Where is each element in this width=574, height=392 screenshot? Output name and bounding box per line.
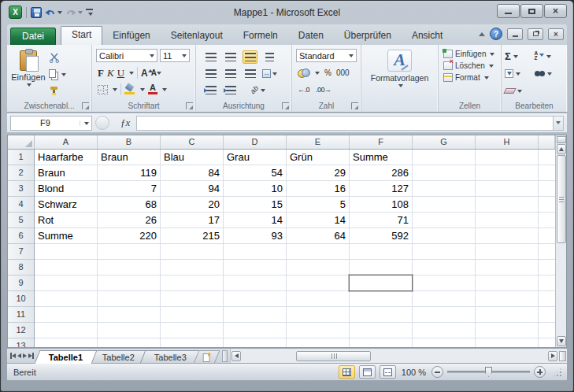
cell-f5[interactable]: 71 — [350, 213, 413, 228]
tab-split-handle[interactable] — [222, 350, 228, 362]
underline-dropdown[interactable] — [129, 72, 134, 77]
shrink-font-button[interactable]: A — [151, 68, 157, 77]
minimize-button[interactable] — [497, 4, 520, 18]
cell-f2[interactable]: 286 — [350, 165, 413, 181]
vertical-scroll-thumb[interactable] — [557, 155, 566, 243]
cell-a1[interactable]: Haarfarbe — [35, 150, 98, 165]
cell-d5[interactable]: 14 — [224, 213, 287, 228]
merge-center-button[interactable]: ↔ — [262, 67, 277, 80]
workbook-restore-button[interactable] — [528, 28, 543, 40]
cell-f3[interactable]: 127 — [350, 181, 413, 197]
row-header[interactable]: 4 — [8, 197, 34, 213]
previous-sheet-button[interactable] — [17, 353, 21, 358]
horizontal-scroll-thumb[interactable] — [296, 351, 371, 361]
row-header[interactable]: 9 — [8, 276, 34, 291]
cell-c2[interactable]: 84 — [161, 165, 224, 181]
column-header-h[interactable]: H — [476, 135, 539, 149]
dialog-launcher-icon[interactable] — [351, 102, 358, 109]
column-header-b[interactable]: B — [98, 135, 161, 149]
select-all-button[interactable] — [8, 135, 35, 149]
column-header-c[interactable]: C — [161, 135, 224, 149]
row-header[interactable]: 6 — [8, 228, 34, 244]
insert-cells-dropdown[interactable] — [490, 53, 494, 58]
row-header[interactable]: 5 — [8, 213, 34, 228]
zoom-slider-thumb[interactable] — [485, 367, 492, 377]
align-middle-button[interactable] — [223, 50, 238, 64]
expand-formula-bar-button[interactable] — [553, 116, 564, 131]
dialog-launcher-icon[interactable] — [282, 102, 289, 109]
cell-b5[interactable]: 26 — [98, 213, 161, 228]
insert-function-button[interactable]: ƒx — [120, 116, 130, 129]
cell-b4[interactable]: 68 — [98, 197, 161, 213]
italic-button[interactable]: K — [107, 67, 114, 80]
grow-font-button[interactable]: A — [141, 68, 148, 79]
format-cells-button[interactable]: Format — [441, 73, 498, 82]
cell-b6[interactable]: 220 — [98, 228, 161, 244]
row-header[interactable]: 11 — [8, 307, 34, 323]
cell-styles-dropdown[interactable] — [398, 84, 403, 90]
vertical-split-handle[interactable] — [557, 136, 566, 143]
close-button[interactable]: × — [544, 4, 567, 18]
delete-cells-button[interactable]: Löschen — [441, 61, 498, 70]
sheet-tab-tabelle1[interactable]: Tabelle1 — [35, 350, 98, 364]
cell-c3[interactable]: 94 — [161, 181, 224, 197]
horizontal-split-handle[interactable] — [559, 351, 566, 361]
last-sheet-button[interactable] — [28, 353, 34, 359]
decrease-decimal-button[interactable]: .00→ — [316, 86, 331, 94]
page-layout-view-button[interactable] — [359, 365, 376, 379]
cell-e2[interactable]: 29 — [287, 165, 350, 181]
increase-indent-button[interactable] — [223, 83, 238, 97]
tab-ansicht[interactable]: Ansicht — [402, 27, 453, 45]
align-left-button[interactable] — [203, 67, 218, 80]
cell-styles-button[interactable]: A Formatvorlagen — [371, 48, 429, 88]
orientation-button[interactable]: ab — [250, 83, 265, 97]
row-header[interactable]: 12 — [8, 323, 34, 338]
row-header[interactable]: 3 — [8, 181, 34, 197]
cell-c4[interactable]: 20 — [161, 197, 224, 213]
fill-dropdown[interactable] — [516, 72, 520, 78]
font-family-dropdown[interactable] — [150, 54, 154, 60]
format-painter-button[interactable] — [47, 83, 68, 98]
maximize-button[interactable] — [520, 4, 543, 18]
zoom-in-button[interactable] — [534, 366, 546, 378]
cell-f4[interactable]: 108 — [350, 197, 413, 213]
next-sheet-button[interactable] — [23, 353, 27, 358]
paste-dropdown[interactable] — [27, 83, 31, 89]
name-box-dropdown[interactable] — [80, 120, 91, 126]
dialog-launcher-icon[interactable] — [82, 102, 89, 109]
copy-button[interactable] — [47, 67, 68, 81]
align-bottom-button[interactable] — [243, 50, 257, 64]
number-format-select[interactable]: Standard — [296, 49, 357, 62]
row-header[interactable]: 13 — [8, 338, 34, 347]
cell-d3[interactable]: 10 — [224, 181, 287, 197]
cell-e5[interactable]: 14 — [287, 213, 350, 228]
zoom-level[interactable]: 100 % — [402, 368, 426, 377]
tab-datei[interactable]: Datei — [10, 28, 56, 45]
cell-c5[interactable]: 17 — [161, 213, 224, 228]
cell-a5[interactable]: Rot — [35, 213, 98, 228]
sort-filter-button[interactable]: AZ — [535, 49, 565, 63]
resize-grip[interactable] — [553, 368, 562, 377]
format-cells-dropdown[interactable] — [484, 76, 489, 82]
align-right-button[interactable] — [243, 67, 257, 80]
find-dropdown[interactable] — [547, 72, 552, 78]
normal-view-button[interactable] — [339, 365, 355, 379]
sort-dropdown[interactable] — [546, 55, 551, 61]
orientation-dropdown[interactable] — [261, 89, 265, 94]
cell-a6[interactable]: Summe — [35, 228, 98, 244]
cell-e1[interactable]: Grün — [287, 150, 350, 165]
clear-dropdown[interactable] — [517, 90, 522, 95]
column-header-g[interactable]: G — [413, 135, 476, 149]
scroll-up-button[interactable] — [557, 144, 566, 154]
font-size-select[interactable]: 11 — [160, 49, 190, 62]
cell-d1[interactable]: Grau — [224, 150, 287, 165]
align-top-button[interactable] — [203, 50, 218, 64]
sheet-tab-tabelle3[interactable]: Tabelle3 — [140, 350, 202, 364]
bold-button[interactable]: F — [98, 67, 104, 80]
cell-c1[interactable]: Blau — [161, 150, 224, 165]
currency-icon[interactable] — [298, 68, 309, 77]
column-header-f[interactable]: F — [350, 135, 413, 149]
paste-button[interactable]: Einfügen — [9, 48, 47, 99]
scroll-down-button[interactable] — [557, 336, 566, 346]
decrease-indent-button[interactable] — [203, 83, 218, 97]
